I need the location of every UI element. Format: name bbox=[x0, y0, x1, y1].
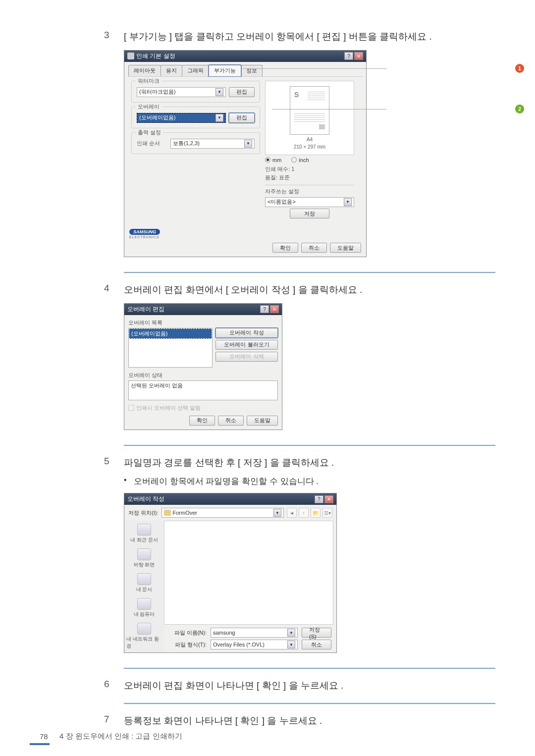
tab-about[interactable]: 정보 bbox=[241, 65, 263, 76]
unit-mm-radio[interactable]: mm bbox=[265, 157, 281, 163]
overlay-listbox[interactable]: (오버레이없음) bbox=[128, 328, 213, 368]
computer-icon bbox=[137, 598, 151, 610]
step-text: 등록정보 화면이 나타나면 [ 확인 ] 을 누르세요 . bbox=[124, 714, 322, 728]
close-icon[interactable]: ✕ bbox=[354, 52, 363, 60]
watermark-group-label: 워터마크 bbox=[136, 77, 161, 85]
chevron-down-icon: ▼ bbox=[215, 114, 223, 122]
load-overlay-button[interactable]: 오버레이 불러오기 bbox=[215, 340, 278, 350]
callout-1: 1 bbox=[515, 64, 524, 73]
dialog-title: 오버레이 편집 bbox=[127, 305, 164, 314]
quality-info: 품질: 표준 bbox=[265, 173, 354, 182]
view-icon[interactable]: ☰▾ bbox=[322, 508, 332, 518]
documents-icon bbox=[137, 573, 151, 585]
page-number: 78 bbox=[40, 732, 59, 741]
step-text: [ 부가기능 ] 탭을 클릭하고 오버레이 항목에서 [ 편집 ] 버튼을 클릭… bbox=[124, 30, 432, 44]
unit-inch-radio[interactable]: inch bbox=[291, 157, 309, 163]
bullet-icon: • bbox=[124, 476, 134, 485]
titlebar: 인쇄 기본 설정 ? ✕ bbox=[124, 51, 366, 62]
sidebar-documents[interactable]: 내 문서 bbox=[136, 573, 153, 593]
save-location-select[interactable]: FormOver ▼ bbox=[161, 508, 284, 518]
cancel-button[interactable]: 취소 bbox=[218, 416, 244, 426]
paper-dim-label: 210 × 297 mm bbox=[294, 144, 325, 150]
step-text: 오버레이 편집 화면에서 [ 오버레이 작성 ] 을 클릭하세요 . bbox=[124, 283, 362, 297]
step-number: 7 bbox=[104, 714, 124, 725]
sidebar-network[interactable]: 내 네트워크 환경 bbox=[126, 623, 162, 649]
tab-graphics[interactable]: 그래픽 bbox=[182, 65, 209, 76]
paper-size-label: A4 bbox=[307, 137, 313, 142]
chevron-down-icon: ▼ bbox=[287, 629, 295, 637]
favorites-save-button[interactable]: 저장 bbox=[290, 209, 329, 218]
ok-button[interactable]: 확인 bbox=[272, 243, 298, 253]
overlay-status-box: 선택된 오버레이 없음 bbox=[128, 380, 278, 400]
filename-label: 파일 이름(N): bbox=[169, 629, 207, 637]
list-item[interactable]: (오버레이없음) bbox=[129, 328, 212, 339]
step-text: 파일명과 경로를 선택한 후 [ 저장 ] 을 클릭하세요 . bbox=[124, 456, 334, 470]
favorites-select[interactable]: <이름없음> ▼ bbox=[265, 197, 354, 207]
ok-button[interactable]: 확인 bbox=[189, 416, 215, 426]
delete-overlay-button: 오버레이 삭제 bbox=[215, 352, 278, 362]
help-icon[interactable]: ? bbox=[260, 305, 269, 313]
help-button[interactable]: 도움말 bbox=[330, 243, 361, 253]
sidebar-computer[interactable]: 내 컴퓨터 bbox=[134, 598, 155, 618]
confirm-checkbox bbox=[128, 405, 134, 411]
print-order-select[interactable]: 보통(1,2,3) ▼ bbox=[170, 139, 255, 149]
step-number: 4 bbox=[104, 283, 124, 294]
footer-accent bbox=[30, 743, 50, 745]
print-preferences-dialog: 인쇄 기본 설정 ? ✕ 레이아웃 용지 그래픽 부가기능 정보 bbox=[124, 50, 367, 258]
watermark-edit-button[interactable]: 편집 bbox=[229, 87, 255, 97]
save-as-dialog: 오버레이 작성 ? ✕ 저장 위치(I): FormOver ▼ ◄ bbox=[124, 493, 337, 653]
save-button[interactable]: 저장(S) bbox=[302, 628, 331, 638]
overlay-status-label: 오버레이 상태 bbox=[128, 372, 278, 379]
titlebar: 오버레이 작성 ? ✕ bbox=[124, 493, 336, 505]
help-icon[interactable]: ? bbox=[315, 495, 323, 503]
close-icon[interactable]: ✕ bbox=[324, 495, 333, 503]
favorites-label: 자주쓰는 설정 bbox=[265, 187, 354, 196]
footer-chapter: 4 장 윈도우에서 인쇄 : 고급 인쇄하기 bbox=[59, 732, 182, 741]
cancel-button[interactable]: 취소 bbox=[302, 640, 331, 649]
confirm-checkbox-label: 인쇄시 오버레이 선택 알림 bbox=[136, 404, 201, 412]
dialog-title: 인쇄 기본 설정 bbox=[136, 52, 175, 60]
dialog-title: 오버레이 작성 bbox=[127, 495, 164, 503]
tab-paper[interactable]: 용지 bbox=[160, 65, 182, 76]
tab-layout[interactable]: 레이아웃 bbox=[128, 65, 161, 76]
overlay-group-label: 오버레이 bbox=[136, 103, 161, 110]
file-list-area[interactable] bbox=[164, 521, 333, 625]
step-number: 6 bbox=[104, 679, 124, 690]
tab-extras[interactable]: 부가기능 bbox=[209, 65, 241, 76]
chevron-down-icon: ▼ bbox=[244, 140, 252, 148]
cancel-button[interactable]: 취소 bbox=[301, 243, 327, 253]
chevron-down-icon: ▼ bbox=[287, 641, 295, 648]
sub-step-text: 오버레이 항목에서 파일명을 확인할 수 있습니다 . bbox=[134, 476, 319, 487]
desktop-icon bbox=[137, 548, 151, 560]
callout-2: 2 bbox=[515, 105, 524, 113]
folder-icon bbox=[164, 510, 171, 516]
help-icon[interactable]: ? bbox=[344, 52, 353, 60]
page-preview: S A4 bbox=[265, 81, 354, 155]
create-overlay-button[interactable]: 오버레이 작성 bbox=[215, 328, 278, 338]
filetype-label: 파일 형식(T): bbox=[169, 641, 207, 648]
up-icon[interactable]: ↑ bbox=[299, 508, 309, 518]
save-in-label: 저장 위치(I): bbox=[128, 509, 159, 517]
network-icon bbox=[137, 623, 151, 635]
overlay-select[interactable]: (오버레이없음) ▼ bbox=[137, 113, 226, 123]
step-number: 5 bbox=[104, 456, 124, 467]
watermark-select[interactable]: (워터마크없음) ▼ bbox=[137, 87, 226, 97]
chevron-down-icon: ▼ bbox=[273, 509, 281, 517]
sidebar-recent[interactable]: 내 최근 문서 bbox=[130, 524, 158, 543]
samsung-logo: SAMSUNG bbox=[129, 229, 160, 235]
titlebar: 오버레이 편집 ? ✕ bbox=[124, 304, 282, 315]
help-button[interactable]: 도움말 bbox=[247, 416, 278, 426]
recent-icon bbox=[137, 524, 151, 536]
new-folder-icon[interactable]: 📁 bbox=[311, 508, 321, 518]
copies-info: 인쇄 매수: 1 bbox=[265, 165, 354, 173]
filetype-select[interactable]: Overlay Files (*.OVL) ▼ bbox=[211, 640, 298, 649]
step-number: 3 bbox=[104, 30, 124, 41]
sidebar-desktop[interactable]: 바탕 화면 bbox=[134, 548, 155, 568]
close-icon[interactable]: ✕ bbox=[270, 305, 279, 313]
overlay-edit-button[interactable]: 편집 bbox=[229, 113, 255, 123]
overlay-edit-dialog: 오버레이 편집 ? ✕ 오버레이 목록 (오버레이없음) bbox=[124, 303, 282, 430]
back-icon[interactable]: ◄ bbox=[287, 508, 297, 518]
filename-input[interactable]: samsung ▼ bbox=[211, 628, 298, 638]
app-icon bbox=[127, 53, 134, 59]
samsung-sub: ELECTRONICS bbox=[129, 235, 361, 239]
